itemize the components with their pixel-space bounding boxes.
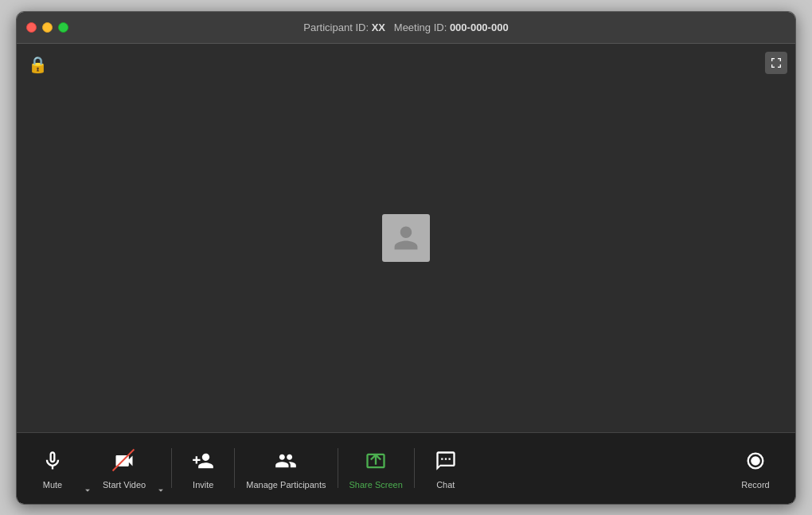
start-video-icon (110, 447, 139, 475)
maximize-button[interactable] (58, 22, 68, 33)
mute-icon (38, 447, 67, 475)
share-screen-label: Share Screen (349, 480, 403, 490)
manage-participants-button[interactable]: Manage Participants (238, 440, 334, 496)
invite-label: Invite (193, 480, 213, 490)
video-chevron[interactable] (155, 432, 166, 504)
mute-chevron[interactable] (82, 432, 93, 504)
close-button[interactable] (26, 22, 37, 33)
chat-button[interactable]: Chat (418, 440, 474, 496)
mute-label: Mute (43, 480, 62, 490)
manage-participants-label: Manage Participants (246, 480, 326, 490)
separator-2 (234, 448, 235, 488)
traffic-lights (26, 22, 68, 33)
minimize-button[interactable] (42, 22, 53, 33)
titlebar-text: Participant ID: XX Meeting ID: 000-000-0… (303, 21, 508, 33)
record-button[interactable]: Record (728, 440, 783, 496)
mute-button[interactable]: Mute (25, 440, 80, 496)
invite-button[interactable]: Invite (175, 440, 231, 496)
separator-1 (171, 448, 172, 488)
manage-participants-icon (271, 447, 300, 475)
chat-label: Chat (436, 480, 455, 490)
titlebar: Participant ID: XX Meeting ID: 000-000-0… (17, 12, 795, 44)
invite-icon (189, 447, 217, 475)
svg-point-1 (751, 456, 760, 466)
start-video-button[interactable]: Start Video (95, 440, 154, 496)
separator-4 (414, 448, 415, 488)
lock-icon: 🔒 (28, 55, 48, 74)
share-screen-button[interactable]: Share Screen (342, 440, 411, 496)
user-avatar (382, 214, 430, 262)
fullscreen-button[interactable] (765, 52, 787, 74)
record-label: Record (741, 480, 769, 490)
start-video-label: Start Video (103, 480, 146, 490)
chat-icon (431, 447, 460, 475)
zoom-window: Participant ID: XX Meeting ID: 000-000-0… (16, 11, 796, 505)
toolbar: Mute Start Video (17, 432, 795, 504)
video-area: 🔒 (17, 44, 795, 432)
share-screen-icon (361, 447, 390, 475)
record-icon (741, 447, 770, 475)
separator-3 (338, 448, 338, 488)
